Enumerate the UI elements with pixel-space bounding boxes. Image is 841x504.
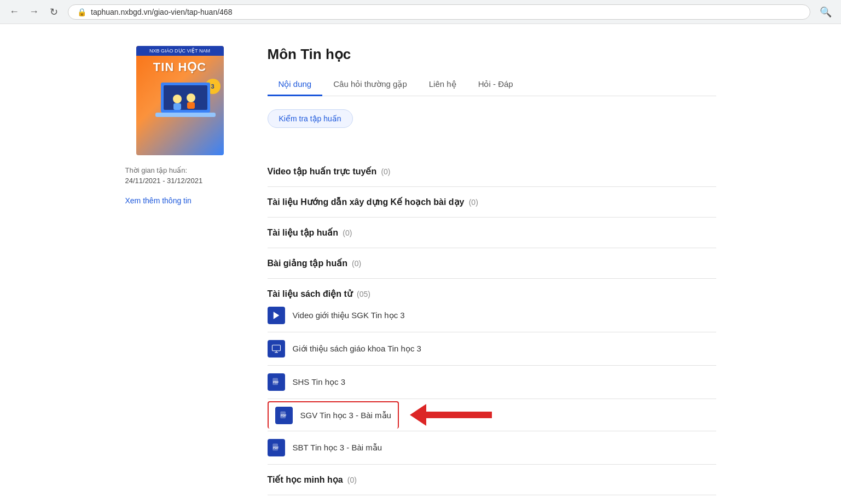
svg-point-4 bbox=[187, 93, 195, 102]
svg-text:PDF: PDF bbox=[273, 380, 279, 384]
item-label: SBT Tin học 3 - Bài mẫu bbox=[293, 443, 382, 453]
item-video-sach[interactable]: Video giới thiệu SGK Tin học 3 bbox=[268, 299, 716, 332]
training-time-value: 24/11/2021 - 31/12/2021 bbox=[125, 177, 235, 185]
item-label: Video giới thiệu SGK Tin học 3 bbox=[293, 310, 405, 320]
svg-rect-8 bbox=[272, 345, 280, 351]
section-title: Bài giảng tập huấn bbox=[268, 259, 347, 268]
browser-search-button[interactable]: 🔍 bbox=[817, 3, 834, 21]
section-count: (0) bbox=[343, 228, 352, 237]
pdf-icon: PDF bbox=[271, 377, 281, 387]
arrow-container: PDF SGV Tin học 3 - Bài mẫu bbox=[268, 401, 716, 429]
tab-cau-hoi[interactable]: Câu hỏi thường gặp bbox=[322, 74, 418, 96]
monitor-icon-box bbox=[268, 340, 285, 358]
section-count: (0) bbox=[352, 259, 361, 268]
sidebar-info: Thời gian tập huấn: 24/11/2021 - 31/12/2… bbox=[125, 166, 235, 205]
section-tai-lieu-tap-huan: Tài liệu tập huấn (0) bbox=[268, 218, 716, 248]
pdf-icon-box-2: PDF bbox=[275, 407, 293, 424]
browser-chrome: ← → ↻ 🔒 taphuan.nxbgd.vn/giao-vien/tap-h… bbox=[0, 0, 841, 24]
svg-rect-6 bbox=[155, 113, 216, 117]
arrow-shaft bbox=[426, 412, 492, 418]
section-count: (05) bbox=[357, 290, 370, 298]
section-count: (0) bbox=[381, 167, 390, 176]
item-label: SGV Tin học 3 - Bài mẫu bbox=[300, 411, 391, 420]
section-title: Tài liệu sách điện tử bbox=[268, 289, 352, 298]
section-title: Tiết học minh họa bbox=[268, 475, 343, 484]
book-title: TIN HỌC bbox=[153, 60, 206, 74]
svg-marker-7 bbox=[273, 312, 279, 319]
arrow-head bbox=[410, 404, 426, 426]
page-title: Môn Tin học bbox=[268, 46, 716, 63]
pdf-icon-box-3: PDF bbox=[268, 439, 285, 456]
training-time-label: Thời gian tập huấn: bbox=[125, 166, 235, 174]
svg-rect-1 bbox=[164, 85, 207, 110]
section-bai-giang: Bài giảng tập huấn (0) bbox=[268, 248, 716, 279]
svg-rect-5 bbox=[187, 102, 195, 109]
reload-button[interactable]: ↻ bbox=[46, 4, 61, 20]
page-content: NXB GIÁO DỤC VIỆT NAM TIN HỌC 3 bbox=[92, 24, 749, 504]
forward-button[interactable]: → bbox=[26, 4, 42, 20]
section-tiet-hoc: Tiết học minh họa (0) bbox=[268, 465, 716, 495]
tab-noi-dung[interactable]: Nội dung bbox=[268, 74, 323, 96]
svg-text:PDF: PDF bbox=[273, 446, 279, 449]
svg-rect-3 bbox=[173, 103, 181, 110]
item-label: SHS Tin học 3 bbox=[293, 377, 346, 387]
video-icon-box bbox=[268, 307, 285, 324]
tabs: Nội dung Câu hỏi thường gặp Liên hệ Hỏi … bbox=[268, 74, 716, 96]
book-cover: NXB GIÁO DỤC VIỆT NAM TIN HỌC 3 bbox=[136, 46, 224, 155]
red-arrow bbox=[410, 404, 492, 426]
monitor-icon bbox=[271, 344, 281, 354]
section-count: (0) bbox=[469, 198, 478, 207]
item-gioi-thieu-sgk[interactable]: Giới thiệu sách giáo khoa Tin học 3 bbox=[268, 332, 716, 366]
section-sach-dien-tu: Tài liệu sách điện tử (05) Video giới th… bbox=[268, 279, 716, 465]
svg-point-2 bbox=[173, 95, 182, 103]
address-bar[interactable]: 🔒 taphuan.nxbgd.vn/giao-vien/tap-huan/46… bbox=[68, 4, 810, 20]
book-header-text: NXB GIÁO DỤC VIỆT NAM bbox=[141, 48, 219, 54]
item-label: Giới thiệu sách giáo khoa Tin học 3 bbox=[293, 344, 421, 354]
highlighted-item-wrapper: PDF SGV Tin học 3 - Bài mẫu bbox=[268, 399, 716, 431]
back-button[interactable]: ← bbox=[7, 4, 22, 20]
section-video-tap-huan: Video tập huấn trực tuyến (0) bbox=[268, 156, 716, 187]
pdf-icon-3: PDF bbox=[271, 443, 281, 453]
more-info-link[interactable]: Xem thêm thông tin bbox=[125, 196, 192, 205]
section-title: Tài liệu Hướng dẫn xây dựng Kế hoạch bài… bbox=[268, 197, 465, 207]
section-count: (0) bbox=[347, 476, 357, 484]
section-title: Tài liệu tập huấn bbox=[268, 228, 339, 237]
svg-text:PDF: PDF bbox=[281, 414, 287, 417]
item-sbt-tin-hoc[interactable]: PDF SBT Tin học 3 - Bài mẫu bbox=[268, 431, 716, 464]
nav-buttons: ← → ↻ bbox=[7, 4, 61, 20]
lock-icon: 🔒 bbox=[77, 8, 86, 16]
pdf-icon-2: PDF bbox=[279, 411, 289, 420]
section-title: Video tập huấn trực tuyến bbox=[268, 167, 377, 176]
play-icon bbox=[271, 310, 281, 320]
tab-lien-he[interactable]: Liên hệ bbox=[418, 74, 467, 96]
tab-hoi-dap[interactable]: Hỏi - Đáp bbox=[467, 74, 524, 96]
section-tai-lieu-huong-dan: Tài liệu Hướng dẫn xây dựng Kế hoạch bài… bbox=[268, 187, 716, 218]
sidebar: NXB GIÁO DỤC VIỆT NAM TIN HỌC 3 bbox=[125, 46, 235, 495]
main-content: Môn Tin học Nội dung Câu hỏi thường gặp … bbox=[268, 46, 716, 495]
url-text: taphuan.nxbgd.vn/giao-vien/tap-huan/468 bbox=[91, 8, 232, 16]
item-shs-tin-hoc[interactable]: PDF SHS Tin học 3 bbox=[268, 366, 716, 399]
exam-button[interactable]: Kiểm tra tập huấn bbox=[268, 109, 353, 128]
book-illustration bbox=[153, 80, 207, 124]
item-sgv-tin-hoc[interactable]: PDF SGV Tin học 3 - Bài mẫu bbox=[268, 401, 399, 429]
pdf-icon-box: PDF bbox=[268, 373, 285, 391]
